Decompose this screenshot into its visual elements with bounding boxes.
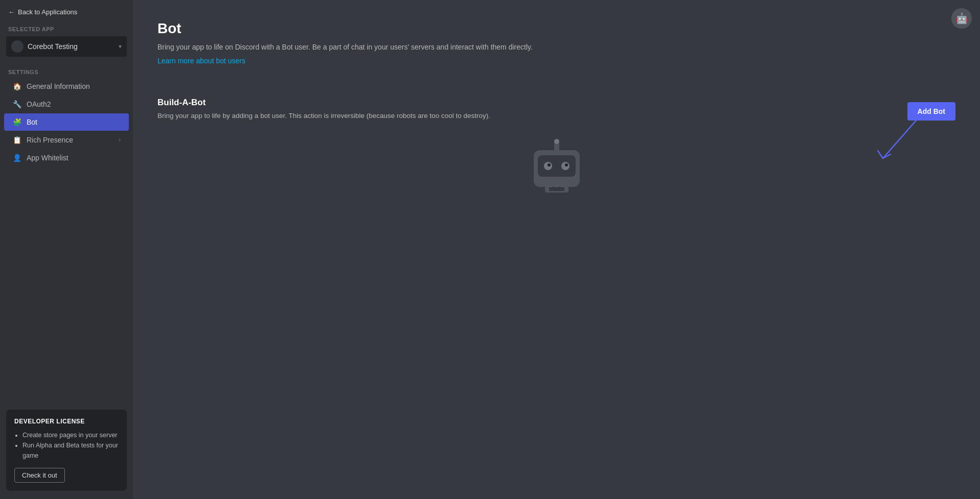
svg-rect-12 xyxy=(549,187,564,191)
page-title: Bot xyxy=(157,20,955,37)
sidebar-spacer xyxy=(0,167,133,403)
svg-point-7 xyxy=(554,139,559,144)
settings-label: SETTINGS xyxy=(0,65,133,77)
dev-license-list: Create store pages in your serverRun Alp… xyxy=(14,430,119,461)
bot-icon: 🧩 xyxy=(12,117,21,127)
build-a-bot-title: Build-A-Bot xyxy=(157,98,955,108)
main-content: 🤖 Bot Bring your app to life on Discord … xyxy=(133,0,980,499)
sidebar-item-label-oauth2: OAuth2 xyxy=(27,100,51,108)
sidebar-item-bot[interactable]: 🧩Bot xyxy=(4,113,129,131)
license-list-item: Run Alpha and Beta tests for your game xyxy=(22,440,119,461)
build-a-bot-description: Bring your app to life by adding a bot u… xyxy=(157,111,955,121)
nav-container: 🏠General Information🔧OAuth2🧩Bot📋Rich Pre… xyxy=(0,77,133,167)
back-arrow-icon: ← xyxy=(8,8,15,16)
check-it-out-button[interactable]: Check it out xyxy=(14,468,65,483)
sidebar-item-oauth2[interactable]: 🔧OAuth2 xyxy=(4,96,129,113)
oauth2-icon: 🔧 xyxy=(12,100,21,109)
selected-app-label: SELECTED APP xyxy=(0,22,133,34)
svg-rect-1 xyxy=(538,155,576,177)
svg-point-5 xyxy=(565,163,568,167)
learn-more-link[interactable]: Learn more about bot users xyxy=(157,57,245,65)
sidebar-item-rich-presence[interactable]: 📋Rich Presence› xyxy=(4,131,129,149)
app-whitelist-icon: 👤 xyxy=(12,153,21,162)
page-subtitle: Bring your app to life on Discord with a… xyxy=(157,42,955,53)
developer-license-box: DEVELOPER LICENSE Create store pages in … xyxy=(6,410,127,491)
add-bot-button[interactable]: Add Bot xyxy=(907,102,955,121)
sidebar-item-general-information[interactable]: 🏠General Information xyxy=(4,78,129,95)
rich-presence-icon: 📋 xyxy=(12,135,21,145)
app-name: Corebot Testing xyxy=(28,42,115,51)
user-avatar-icon[interactable]: 🤖 xyxy=(951,8,972,29)
app-avatar xyxy=(11,40,24,53)
sidebar-item-app-whitelist[interactable]: 👤App Whitelist xyxy=(4,149,129,167)
robot-avatar-icon: 🤖 xyxy=(955,12,968,25)
sidebar-item-label-rich-presence: Rich Presence xyxy=(27,136,73,144)
topbar-avatar[interactable]: 🤖 xyxy=(951,8,972,29)
chevron-down-icon: ▾ xyxy=(119,43,122,50)
app-selector-dropdown[interactable]: Corebot Testing ▾ xyxy=(6,36,127,57)
back-to-applications-link[interactable]: ← Back to Applications xyxy=(0,0,133,22)
license-list-item: Create store pages in your server xyxy=(22,430,119,440)
robot-illustration-container xyxy=(157,137,955,204)
sidebar-item-label-bot: Bot xyxy=(27,118,37,126)
sidebar-item-label-general-information: General Information xyxy=(27,82,90,90)
chevron-right-icon: › xyxy=(119,136,121,144)
sidebar-item-label-app-whitelist: App Whitelist xyxy=(27,154,69,162)
general-information-icon: 🏠 xyxy=(12,82,21,91)
svg-point-4 xyxy=(548,163,551,167)
robot-illustration xyxy=(523,137,590,204)
dev-license-title: DEVELOPER LICENSE xyxy=(14,418,119,425)
sidebar: ← Back to Applications SELECTED APP Core… xyxy=(0,0,133,499)
back-label: Back to Applications xyxy=(18,8,77,16)
